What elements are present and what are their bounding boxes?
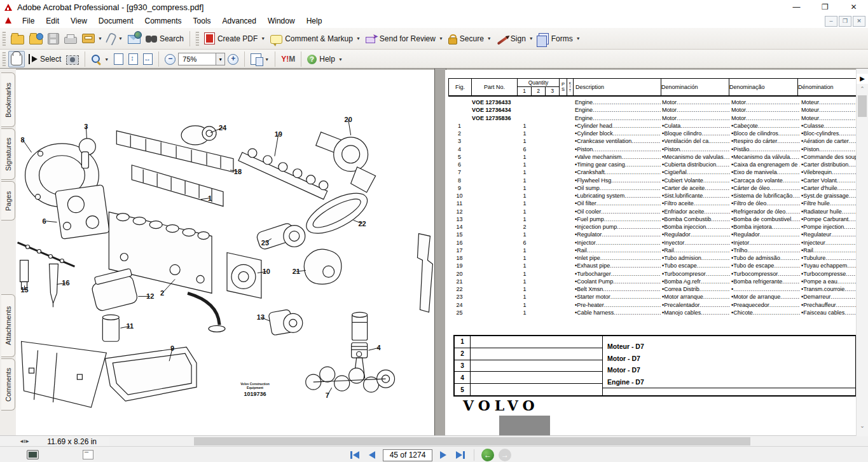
forms-icon [539,33,549,44]
first-page-button[interactable] [348,449,361,461]
vertical-scrollbar[interactable]: ▶ ⌃ ⌄ [856,69,868,436]
chevron-down-icon: ▼ [118,36,123,41]
model-box-row: 4 [455,372,602,384]
open-web-button[interactable] [27,31,45,46]
table-row: 31•Crankcase ventilation•Ventilación del… [448,137,868,145]
forms-button[interactable]: Forms▼ [536,31,583,46]
zoom-tool-button[interactable]: ▼ [88,52,111,66]
callout-number: 6 [42,217,46,225]
fullscreen-view-icon[interactable] [27,450,39,459]
select-tool-button[interactable]: Select [25,52,64,66]
create-pdf-icon [204,32,215,44]
secure-button[interactable]: Secure▼ [446,31,494,46]
page-layout-button[interactable]: ▼ [248,51,272,67]
zoom-in-button[interactable]: + [225,52,241,67]
menu-item-comments[interactable]: Comments [139,15,188,27]
sidebar-tab-pages[interactable]: Pages [1,181,15,221]
hand-tool-button[interactable] [8,51,25,67]
previous-view-button[interactable]: ← [481,449,494,461]
volvo-logo: VOLVO [463,397,539,414]
doc-restore-button[interactable]: ❐ [839,16,851,27]
open-folder-icon [11,35,24,44]
table-row: VOE 12736433EngineMotorMotorMoteur [448,99,868,106]
page-number-input[interactable]: 45 of 1274 [383,449,432,461]
col-description: Description [574,79,661,95]
zoom-out-button[interactable]: − [162,52,178,67]
document-canvas[interactable]: 8324192018162223102116152121311947 Volvo… [16,69,868,436]
callout-number: 9 [170,344,174,352]
col-denominacao: Denominação [727,79,798,95]
send-for-review-button[interactable]: Send for Review▼ [363,32,446,45]
next-view-button[interactable]: → [499,449,511,461]
sidebar-tab-comments[interactable]: Comments [1,358,15,411]
email-icon [128,35,141,44]
open-web-icon [29,35,43,44]
callout-number: 22 [359,220,366,228]
fit-page-button[interactable] [126,51,141,67]
lock-icon [448,37,457,44]
sidebar-tab-bookmarks[interactable]: Bookmarks [1,72,15,127]
menu-item-document[interactable]: Document [93,15,139,27]
menu-item-view[interactable]: View [65,15,93,27]
horizontal-scrollbar[interactable] [109,437,868,446]
page-view-icon[interactable] [83,450,93,459]
menu-item-advanced[interactable]: Advanced [217,15,262,27]
toolbar-grabber[interactable] [2,32,6,46]
model-box-row: 3 [455,360,602,372]
send-review-icon [366,34,377,43]
toolbar-grabber[interactable] [2,52,6,66]
show-panel-arrow-icon[interactable]: ▶ [857,74,868,84]
toolbar-grabber[interactable] [195,32,199,46]
fit-width-button[interactable] [141,51,155,67]
help-button[interactable]: ?Help▼ [305,53,345,66]
save-icon [48,33,59,44]
close-button[interactable]: ✕ [839,0,868,14]
menu-item-tools[interactable]: Tools [188,15,217,27]
menu-item-edit[interactable]: Edit [40,15,65,27]
vertical-scroll-thumb[interactable] [858,95,867,117]
callout-number: 19 [275,130,282,138]
page-navigation: 45 of 1274 ← → [348,449,511,461]
file-toolbar: ▼ ▼ Search Create PDF▼ Comment & Markup▼… [0,28,868,50]
save-button[interactable] [45,31,62,46]
model-title: Motor - D7 [607,364,855,376]
create-pdf-button[interactable]: Create PDF▼ [202,31,268,46]
yahoo-messenger-button[interactable]: Y!M [279,53,298,65]
yim-icon: Y!M [281,55,295,64]
search-button[interactable]: Search [143,32,186,45]
scroll-down-icon[interactable]: ⌄ [857,422,868,431]
col-quantity: Quantity 1 2 3 [518,79,560,95]
previous-page-button[interactable] [366,449,378,461]
doc-close-button[interactable]: ✕ [853,16,865,27]
minimize-button[interactable]: — [782,0,811,14]
splitter-icon[interactable]: ◄‖► [19,438,29,444]
attach-button[interactable]: ▼ [105,31,125,46]
restore-button[interactable]: ❐ [811,0,839,14]
organizer-button[interactable]: ▼ [79,32,105,45]
zoom-dropdown-button[interactable]: ▼ [216,53,225,65]
menu-item-file[interactable]: File [17,15,40,27]
sign-button[interactable]: Sign▼ [494,32,536,45]
open-button[interactable] [8,31,27,46]
last-page-button[interactable] [454,449,467,461]
paperclip-icon [106,32,117,45]
sidebar-tab-signatures[interactable]: Signatures [1,128,15,180]
snapshot-button[interactable] [64,51,81,67]
comment-markup-button[interactable]: Comment & Markup▼ [268,32,363,46]
zoom-level-input[interactable]: 75% [178,53,216,65]
email-button[interactable] [125,31,143,46]
menu-item-help[interactable]: Help [301,15,328,27]
col-fig: Fig. [449,79,472,95]
sidebar-tab-attachments[interactable]: Attachments [1,294,15,357]
actual-size-button[interactable] [111,51,126,67]
scroll-up-icon[interactable]: ⌃ [857,85,868,94]
actual-size-icon [114,53,123,65]
col-part-no: Part No. [472,79,518,95]
horizontal-scroll-thumb[interactable] [194,437,750,445]
next-page-button[interactable] [437,449,450,461]
select-cursor-icon [27,54,38,64]
doc-minimize-button[interactable]: – [825,16,837,27]
print-button[interactable] [62,32,79,46]
menu-item-window[interactable]: Window [262,15,301,27]
col-denominacion: Denominación [659,79,729,95]
